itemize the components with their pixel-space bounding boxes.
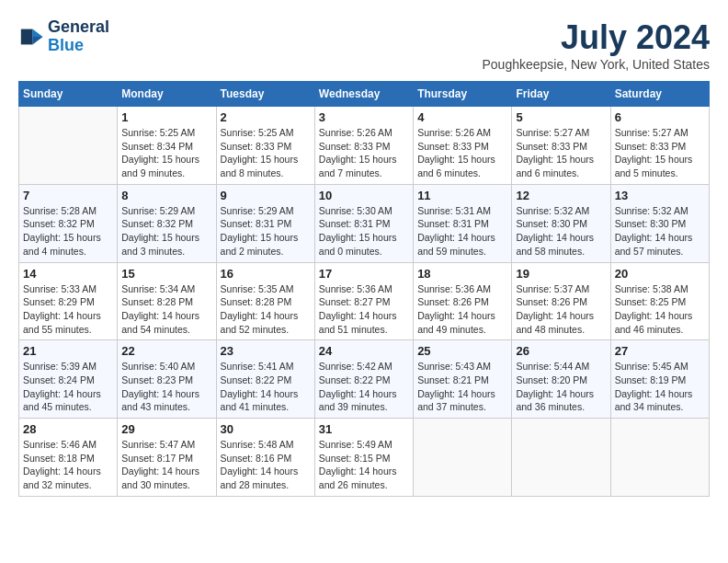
day-number: 23 [221,344,311,358]
day-number: 17 [319,267,409,281]
calendar-week-1: 1Sunrise: 5:25 AM Sunset: 8:34 PM Daylig… [19,107,710,185]
calendar-week-4: 21Sunrise: 5:39 AM Sunset: 8:24 PM Dayli… [19,340,710,419]
logo: General Blue [18,18,109,55]
header-friday: Friday [512,82,610,107]
svg-rect-2 [21,29,33,44]
day-info: Sunrise: 5:48 AM Sunset: 8:16 PM Dayligh… [221,438,311,492]
day-info: Sunrise: 5:29 AM Sunset: 8:32 PM Dayligh… [121,204,211,259]
day-info: Sunrise: 5:43 AM Sunset: 8:21 PM Dayligh… [417,360,507,414]
day-number: 14 [23,267,113,281]
day-number: 31 [319,422,409,436]
location-subtitle: Poughkeepsie, New York, United States [483,57,711,72]
day-number: 5 [516,110,606,124]
calendar-week-3: 14Sunrise: 5:33 AM Sunset: 8:29 PM Dayli… [19,262,710,340]
day-number: 29 [121,422,211,436]
svg-marker-0 [32,29,42,36]
calendar-cell: 18Sunrise: 5:36 AM Sunset: 8:26 PM Dayli… [414,262,512,340]
calendar-cell: 12Sunrise: 5:32 AM Sunset: 8:30 PM Dayli… [512,184,610,262]
day-info: Sunrise: 5:41 AM Sunset: 8:22 PM Dayligh… [221,360,311,414]
day-info: Sunrise: 5:28 AM Sunset: 8:32 PM Dayligh… [23,204,113,259]
month-title: July 2024 [483,18,711,57]
day-number: 6 [615,110,705,124]
day-info: Sunrise: 5:26 AM Sunset: 8:33 PM Dayligh… [417,126,507,180]
calendar-cell: 10Sunrise: 5:30 AM Sunset: 8:31 PM Dayli… [314,184,413,262]
day-info: Sunrise: 5:35 AM Sunset: 8:28 PM Dayligh… [221,282,311,337]
day-number: 24 [319,344,409,358]
day-info: Sunrise: 5:30 AM Sunset: 8:31 PM Dayligh… [319,204,409,259]
logo-icon [18,24,44,50]
day-number: 2 [221,110,311,124]
calendar-cell: 20Sunrise: 5:38 AM Sunset: 8:25 PM Dayli… [610,262,709,340]
calendar-cell: 27Sunrise: 5:45 AM Sunset: 8:19 PM Dayli… [610,340,709,419]
calendar-week-5: 28Sunrise: 5:46 AM Sunset: 8:18 PM Dayli… [19,419,710,497]
day-number: 15 [121,267,211,281]
day-info: Sunrise: 5:32 AM Sunset: 8:30 PM Dayligh… [615,204,705,259]
day-info: Sunrise: 5:37 AM Sunset: 8:26 PM Dayligh… [516,282,606,337]
day-number: 8 [121,189,211,202]
calendar-week-2: 7Sunrise: 5:28 AM Sunset: 8:32 PM Daylig… [19,184,710,262]
calendar-cell: 28Sunrise: 5:46 AM Sunset: 8:18 PM Dayli… [19,419,118,497]
day-number: 20 [615,267,705,281]
calendar-cell [610,419,709,497]
day-info: Sunrise: 5:27 AM Sunset: 8:33 PM Dayligh… [516,126,606,180]
svg-marker-1 [32,37,42,44]
day-number: 10 [319,189,409,202]
day-info: Sunrise: 5:45 AM Sunset: 8:19 PM Dayligh… [615,360,705,414]
calendar-cell: 22Sunrise: 5:40 AM Sunset: 8:23 PM Dayli… [118,340,216,419]
day-number: 18 [417,267,507,281]
calendar-table: SundayMondayTuesdayWednesdayThursdayFrid… [18,81,710,497]
day-info: Sunrise: 5:33 AM Sunset: 8:29 PM Dayligh… [23,282,113,337]
calendar-cell [414,419,512,497]
logo-text: General Blue [48,18,109,55]
day-info: Sunrise: 5:40 AM Sunset: 8:23 PM Dayligh… [121,360,211,414]
day-number: 9 [221,189,311,202]
calendar-cell: 1Sunrise: 5:25 AM Sunset: 8:34 PM Daylig… [118,107,216,185]
day-info: Sunrise: 5:31 AM Sunset: 8:31 PM Dayligh… [417,204,507,259]
calendar-cell: 26Sunrise: 5:44 AM Sunset: 8:20 PM Dayli… [512,340,610,419]
calendar-cell [19,107,118,185]
day-info: Sunrise: 5:27 AM Sunset: 8:33 PM Dayligh… [615,126,705,180]
logo-general: General [48,17,109,36]
day-number: 11 [417,189,507,202]
calendar-cell: 4Sunrise: 5:26 AM Sunset: 8:33 PM Daylig… [414,107,512,185]
day-number: 28 [23,422,113,436]
calendar-cell: 19Sunrise: 5:37 AM Sunset: 8:26 PM Dayli… [512,262,610,340]
day-info: Sunrise: 5:29 AM Sunset: 8:31 PM Dayligh… [221,204,311,259]
day-info: Sunrise: 5:49 AM Sunset: 8:15 PM Dayligh… [319,438,409,492]
day-number: 21 [23,344,113,358]
day-number: 7 [23,189,113,202]
header-saturday: Saturday [610,82,709,107]
calendar-cell: 7Sunrise: 5:28 AM Sunset: 8:32 PM Daylig… [19,184,118,262]
day-number: 1 [121,110,211,124]
calendar-cell: 14Sunrise: 5:33 AM Sunset: 8:29 PM Dayli… [19,262,118,340]
day-number: 13 [615,189,705,202]
day-info: Sunrise: 5:47 AM Sunset: 8:17 PM Dayligh… [121,438,211,492]
calendar-cell: 29Sunrise: 5:47 AM Sunset: 8:17 PM Dayli… [118,419,216,497]
day-info: Sunrise: 5:25 AM Sunset: 8:34 PM Dayligh… [121,126,211,180]
day-info: Sunrise: 5:36 AM Sunset: 8:26 PM Dayligh… [417,282,507,337]
calendar-cell: 13Sunrise: 5:32 AM Sunset: 8:30 PM Dayli… [610,184,709,262]
day-info: Sunrise: 5:26 AM Sunset: 8:33 PM Dayligh… [319,126,409,180]
day-number: 22 [121,344,211,358]
title-block: July 2024 Poughkeepsie, New York, United… [483,18,711,72]
day-number: 4 [417,110,507,124]
calendar-cell: 15Sunrise: 5:34 AM Sunset: 8:28 PM Dayli… [118,262,216,340]
day-number: 30 [221,422,311,436]
day-info: Sunrise: 5:25 AM Sunset: 8:33 PM Dayligh… [221,126,311,180]
calendar-cell: 2Sunrise: 5:25 AM Sunset: 8:33 PM Daylig… [216,107,314,185]
calendar-cell: 23Sunrise: 5:41 AM Sunset: 8:22 PM Dayli… [216,340,314,419]
calendar-cell: 3Sunrise: 5:26 AM Sunset: 8:33 PM Daylig… [314,107,413,185]
day-info: Sunrise: 5:44 AM Sunset: 8:20 PM Dayligh… [516,360,606,414]
day-number: 19 [516,267,606,281]
calendar-cell [512,419,610,497]
day-number: 25 [417,344,507,358]
calendar-cell: 25Sunrise: 5:43 AM Sunset: 8:21 PM Dayli… [414,340,512,419]
calendar-cell: 16Sunrise: 5:35 AM Sunset: 8:28 PM Dayli… [216,262,314,340]
calendar-cell: 11Sunrise: 5:31 AM Sunset: 8:31 PM Dayli… [414,184,512,262]
header-tuesday: Tuesday [216,82,314,107]
day-number: 26 [516,344,606,358]
calendar-header-row: SundayMondayTuesdayWednesdayThursdayFrid… [19,82,710,107]
header-monday: Monday [118,82,216,107]
day-info: Sunrise: 5:39 AM Sunset: 8:24 PM Dayligh… [23,360,113,414]
header-sunday: Sunday [19,82,118,107]
